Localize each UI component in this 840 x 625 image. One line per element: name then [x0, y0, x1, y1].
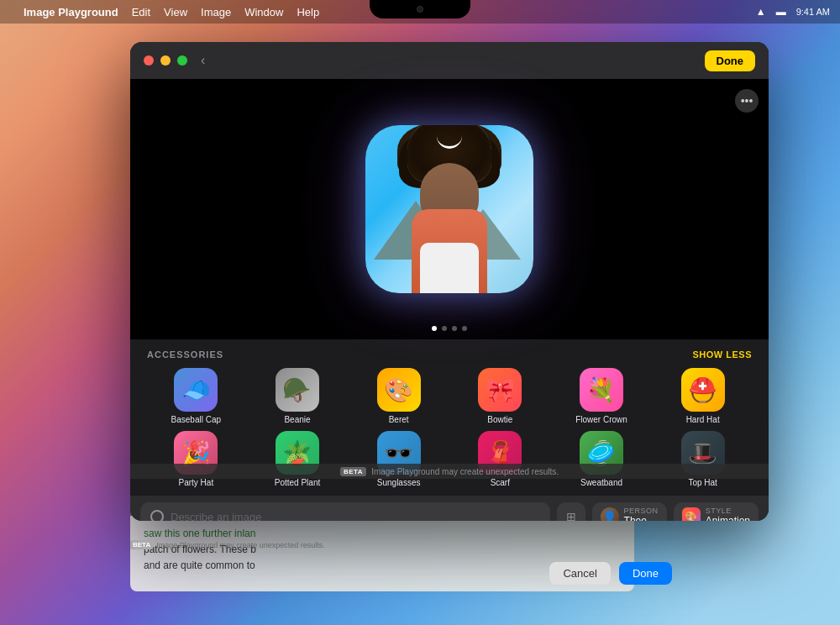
accessory-icon-5: ⛑️ — [681, 368, 725, 412]
person-sublabel: PERSON — [624, 507, 659, 515]
battery-icon: ▬ — [776, 6, 786, 18]
person-chip[interactable]: 👤 PERSON Theo — [592, 502, 667, 521]
accessory-icon-2: 🎨 — [377, 368, 421, 412]
portrait-background — [365, 125, 533, 293]
notes-done-button[interactable]: Done — [619, 562, 672, 585]
accessory-label-6: Party Hat — [178, 478, 213, 487]
show-less-button[interactable]: SHOW LESS — [692, 349, 752, 360]
accessory-label-0: Baseball Cap — [171, 415, 221, 424]
accessory-label-11: Top Hat — [688, 478, 717, 487]
beta-notice-text: Image Playground may create unexpected r… — [371, 467, 559, 476]
notes-beta-text: Image Playground may create unexpected r… — [156, 541, 325, 549]
accessory-label-1: Beanie — [284, 415, 310, 424]
generated-image-container — [365, 125, 533, 293]
notes-action-buttons: Cancel Done — [549, 562, 672, 585]
person-avatar: 👤 — [601, 507, 619, 521]
page-dot-1[interactable] — [432, 326, 437, 331]
search-icon — [150, 510, 164, 521]
accessory-label-4: Flower Crown — [575, 415, 627, 424]
close-button[interactable] — [144, 55, 154, 66]
clock-display: 9:41 AM — [796, 7, 830, 17]
page-dot-2[interactable] — [442, 326, 447, 331]
accessory-label-3: Bowtie — [487, 415, 512, 424]
portrait-card — [365, 125, 533, 293]
menu-item-edit[interactable]: Edit — [132, 6, 150, 18]
search-field[interactable]: Describe an image — [140, 502, 550, 521]
title-bar: ‹ Done — [130, 42, 769, 79]
style-chip-label: STYLE Animation — [706, 507, 750, 521]
search-placeholder-text: Describe an image — [171, 511, 261, 522]
beta-notice-bar: BETA Image Playground may create unexpec… — [130, 464, 769, 479]
accessory-label-2: Beret — [389, 415, 409, 424]
menu-item-view[interactable]: View — [164, 6, 187, 18]
accessory-item-beanie[interactable]: 🪖Beanie — [249, 368, 347, 424]
more-icon: ••• — [741, 94, 753, 108]
search-icon-wrapper — [150, 510, 164, 521]
accessory-item-hard-hat[interactable]: ⛑️Hard Hat — [654, 368, 752, 424]
menu-item-help[interactable]: Help — [297, 6, 319, 18]
person-shirt — [420, 243, 479, 293]
accessory-label-8: Sunglasses — [377, 478, 421, 487]
style-name: Animation — [706, 515, 750, 521]
app-window: ‹ Done ••• — [130, 42, 769, 521]
accessory-item-baseball-cap[interactable]: 🧢Baseball Cap — [147, 368, 245, 424]
maximize-button[interactable] — [177, 55, 187, 66]
traffic-lights — [144, 55, 187, 66]
accessory-item-bowtie[interactable]: 🎀Bowtie — [451, 368, 549, 424]
page-indicator — [432, 326, 467, 331]
camera-button[interactable]: ⊞ — [557, 502, 585, 521]
minimize-button[interactable] — [160, 55, 171, 66]
accessory-item-beret[interactable]: 🎨Beret — [349, 368, 448, 424]
accessory-item-flower-crown[interactable]: 💐Flower Crown — [553, 368, 651, 424]
portrait-figure — [382, 134, 517, 293]
notes-green-text: saw this one further inlan — [144, 528, 255, 539]
notes-beta-badge: BETA — [130, 540, 153, 549]
style-sublabel: STYLE — [706, 507, 750, 515]
style-chip[interactable]: 🎨 STYLE Animation — [674, 502, 759, 521]
menu-item-window[interactable]: Window — [244, 6, 283, 18]
back-button[interactable]: ‹ — [201, 53, 205, 68]
accessory-icon-3: 🎀 — [478, 368, 522, 412]
page-dot-3[interactable] — [452, 326, 457, 331]
image-display-area: ••• — [130, 79, 769, 339]
style-icon: 🎨 — [682, 507, 701, 521]
camera-notch — [370, 0, 470, 18]
accessory-icon-4: 💐 — [580, 368, 623, 412]
notes-text-2: and are quite common to — [144, 559, 255, 571]
notes-cancel-button[interactable]: Cancel — [549, 562, 610, 585]
person-body — [412, 209, 487, 293]
accessories-title: ACCESSORIES — [147, 349, 223, 360]
accessory-label-9: Scarf — [491, 478, 510, 487]
accessory-icon-0: 🧢 — [174, 368, 218, 412]
accessory-label-10: Sweatband — [580, 478, 622, 487]
bottom-toolbar: Describe an image ⊞ 👤 PERSON Theo 🎨 STYL… — [130, 496, 769, 521]
camera-icon: ⊞ — [566, 510, 576, 521]
accessory-icon-1: 🪖 — [276, 368, 319, 412]
person-chip-label: PERSON Theo — [624, 507, 659, 521]
menu-item-image[interactable]: Image — [201, 6, 231, 18]
accessories-header: ACCESSORIES SHOW LESS — [147, 349, 752, 360]
person-name: Theo — [624, 515, 659, 521]
menu-bar-left: Image Playground Edit View Image Window … — [10, 6, 319, 18]
camera-dot — [417, 6, 423, 13]
menu-item-app[interactable]: Image Playground — [24, 6, 118, 18]
page-dot-4[interactable] — [462, 326, 467, 331]
beta-badge: BETA — [340, 467, 366, 476]
accessory-label-5: Hard Hat — [686, 415, 720, 424]
window-done-button[interactable]: Done — [705, 50, 756, 71]
menu-bar-right: ▲ ▬ 9:41 AM — [756, 6, 830, 18]
accessory-label-7: Potted Plant — [275, 478, 320, 487]
wifi-icon: ▲ — [756, 6, 766, 18]
more-options-button[interactable]: ••• — [735, 89, 759, 113]
notes-beta-area: BETA Image Playground may create unexpec… — [130, 540, 325, 549]
